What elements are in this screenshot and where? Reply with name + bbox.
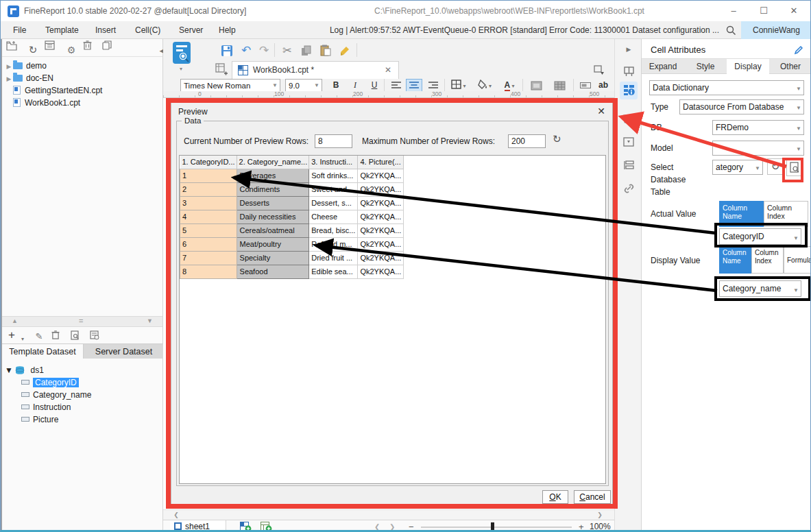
copy-icon[interactable] [299, 43, 314, 58]
tree-item-demo[interactable]: ▶demo [2, 60, 162, 72]
table-cell[interactable]: Seafood [237, 265, 309, 278]
tab-expand[interactable]: Expand [642, 59, 684, 75]
menu-cell[interactable]: Cell(C) [128, 21, 167, 39]
splitter-down-icon[interactable]: ▼ [147, 317, 153, 324]
table-row[interactable]: 1BeveragesSoft drinks...Qk2YKQA... [180, 169, 404, 182]
copy-icon[interactable] [102, 40, 117, 56]
field-categoryid[interactable]: CategoryID [2, 376, 162, 389]
tab-server-dataset[interactable]: Server Dataset [83, 343, 165, 359]
floating-element-icon[interactable] [620, 110, 638, 128]
refresh-preview-icon[interactable]: ↻ [553, 133, 561, 145]
font-size-select[interactable]: 9.0▼ [285, 79, 322, 93]
table-cell[interactable]: 2 [180, 182, 237, 196]
fill-color-icon[interactable]: ▾ [474, 79, 495, 92]
dataset-settings-icon[interactable] [90, 330, 104, 344]
close-tab-icon[interactable]: ✕ [385, 62, 391, 78]
table-row[interactable]: 3DessertsDessert, s...Qk2YKQA... [180, 196, 404, 210]
table-cell[interactable]: Cereals/oatmeal [237, 223, 309, 237]
panel-splitter[interactable]: ▲ = ▼ [2, 316, 162, 327]
max-rows-input[interactable]: 200 [508, 134, 546, 148]
condition-attributes-icon[interactable] [620, 157, 638, 175]
column-header[interactable]: 1. CategoryID... [180, 156, 237, 169]
zoom-slider-thumb[interactable] [491, 522, 494, 531]
redo-icon[interactable]: ↷ [256, 43, 271, 58]
display-column-name-tab[interactable]: Column Name [719, 246, 751, 274]
search-icon[interactable] [726, 25, 736, 36]
add-report-sheet-icon[interactable] [240, 522, 252, 532]
tree-item-gettingstarted[interactable]: GettingStartedEN.cpt [2, 84, 162, 97]
table-cell[interactable]: Qk2YKQA... [358, 182, 404, 196]
cut-icon[interactable]: ✂ [280, 43, 295, 58]
underline-button[interactable]: U [366, 79, 383, 92]
table-cell[interactable]: Beverages [237, 169, 309, 182]
collapse-strip-icon[interactable]: ▶ [620, 40, 638, 58]
actual-column-index-tab[interactable]: Column Index [764, 201, 808, 227]
expander-icon[interactable]: ▼ [5, 365, 13, 375]
alert-log-text[interactable]: Log | Alert:09:57:52 AWT-EventQueue-0 ER… [330, 21, 719, 39]
table-cell[interactable]: 7 [180, 251, 237, 265]
table-cell[interactable]: Cheese [309, 210, 358, 223]
sheet-tab[interactable]: sheet1 [170, 520, 226, 532]
edit-pencil-icon[interactable] [794, 45, 803, 55]
unmerge-cells-icon[interactable] [551, 79, 568, 92]
new-tab-icon[interactable] [215, 63, 228, 75]
table-cell[interactable]: Condiments [237, 182, 309, 196]
type-select[interactable]: Datasource From Database▼ [679, 99, 804, 114]
model-select[interactable]: ▼ [712, 141, 804, 156]
tab-layout-icon[interactable] [594, 65, 605, 75]
table-cell[interactable]: Bread, bisc... [309, 223, 358, 237]
table-cell[interactable]: Qk2YKQA... [358, 251, 404, 265]
field-category-name[interactable]: Category_name [2, 389, 162, 401]
tree-item-workbook1[interactable]: WorkBook1.cpt [2, 97, 162, 109]
table-cell[interactable]: Daily necessities [237, 210, 309, 223]
table-cell[interactable]: Qk2YKQA... [358, 169, 404, 182]
menu-help[interactable]: Help [212, 21, 243, 39]
actual-value-select[interactable]: CategoryID▼ [719, 228, 801, 245]
tree-item-doc-en[interactable]: ▶doc-EN [2, 72, 162, 84]
table-cell[interactable]: Qk2YKQA... [358, 237, 404, 251]
cell-expand-icon[interactable] [620, 62, 638, 80]
merge-cells-icon[interactable] [528, 79, 544, 92]
display-column-index-tab[interactable]: Column Index [751, 246, 784, 274]
bold-button[interactable]: B [328, 79, 344, 92]
horizontal-scrollbar[interactable]: ❮ ❯ [163, 509, 614, 520]
zoom-out-icon[interactable]: − [409, 520, 414, 532]
align-center-icon[interactable] [406, 79, 422, 92]
table-row[interactable]: 8SeafoodEdible sea...Qk2YKQA... [180, 265, 404, 278]
table-cell[interactable]: Dried fruit ... [309, 251, 358, 265]
report-view-icon[interactable] [45, 40, 60, 56]
tab-template-dataset[interactable]: Template Dataset [2, 343, 83, 359]
add-dashboard-sheet-icon[interactable] [261, 522, 272, 532]
menu-server[interactable]: Server [172, 21, 210, 39]
display-formula-tab[interactable]: Formula [784, 246, 811, 274]
field-picture[interactable]: Picture [2, 413, 162, 426]
tab-workbook1[interactable]: WorkBook1.cpt * ✕ [232, 61, 399, 79]
table-cell[interactable]: 8 [180, 265, 237, 278]
field-instruction[interactable]: Instruction [2, 401, 162, 413]
refresh-icon[interactable]: ↻ [25, 43, 40, 58]
dialog-close-icon[interactable]: ✕ [597, 106, 605, 117]
db-select[interactable]: FRDemo▼ [712, 120, 804, 135]
table-row[interactable]: 5Cereals/oatmealBread, bisc...Qk2YKQA... [180, 223, 404, 237]
actual-column-name-tab[interactable]: Column Name [719, 201, 764, 227]
save-icon[interactable] [219, 43, 234, 58]
cancel-button[interactable]: Cancel [574, 490, 611, 504]
splitter-up-icon[interactable]: ▲ [12, 317, 18, 324]
expander-icon[interactable]: ▶ [5, 60, 13, 73]
table-cell[interactable]: Refined m... [309, 237, 358, 251]
delete-dataset-icon[interactable] [51, 330, 65, 344]
table-cell[interactable]: 6 [180, 237, 237, 251]
close-button[interactable]: ✕ [779, 1, 809, 21]
table-cell[interactable]: 5 [180, 223, 237, 237]
table-cell[interactable]: Desserts [237, 196, 309, 210]
delete-icon[interactable] [83, 40, 98, 56]
sheet-next-icon[interactable]: ❯ [389, 520, 395, 532]
display-value-select[interactable]: Category_name▼ [719, 280, 801, 297]
new-folder-icon[interactable] [6, 40, 21, 56]
data-dictionary-select[interactable]: Data Dictionary▼ [649, 80, 804, 95]
column-header[interactable]: 2. Category_name... [237, 156, 309, 169]
tab-other[interactable]: Other [769, 59, 811, 75]
table-cell[interactable]: 3 [180, 196, 237, 210]
menu-insert[interactable]: Insert [88, 21, 123, 39]
paste-icon[interactable] [318, 43, 333, 58]
